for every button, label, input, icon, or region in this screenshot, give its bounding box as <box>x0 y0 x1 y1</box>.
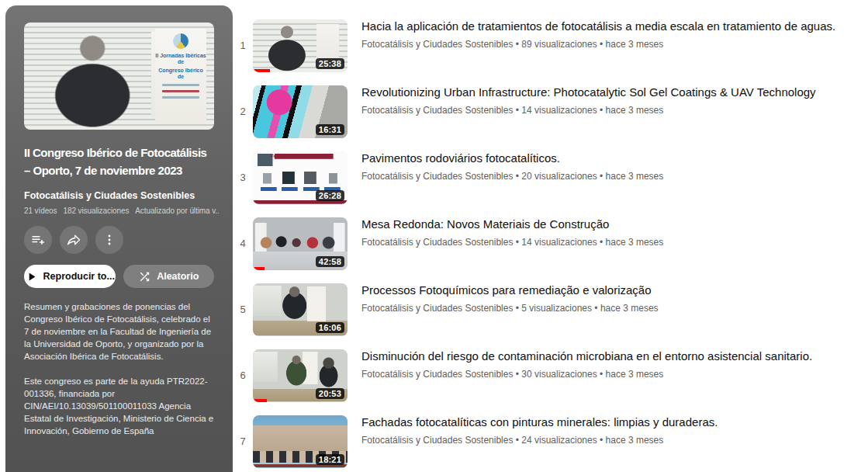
banner-decor <box>162 90 199 92</box>
video-duration-badge: 25:38 <box>316 58 344 69</box>
video-meta[interactable]: Fotocatálisis y Ciudades Sostenibles • 1… <box>361 237 663 248</box>
video-title[interactable]: Fachadas fotocatalíticas con pinturas mi… <box>361 414 718 430</box>
video-info: Pavimentos rodoviários fotocatalíticos. … <box>361 144 663 182</box>
video-meta[interactable]: Fotocatálisis y Ciudades Sostenibles • 3… <box>361 369 812 380</box>
playlist-video-row[interactable]: 5 16:06 Processos Fotoquímicos para reme… <box>233 276 866 342</box>
more-options-icon <box>102 232 117 248</box>
playlist-video-row[interactable]: 1 25:38 Hacia la aplicación de tratamien… <box>233 12 866 78</box>
save-to-playlist-icon <box>30 232 46 248</box>
video-title[interactable]: Processos Fotoquímicos para remediação e… <box>361 282 659 298</box>
playlist-thumbnail[interactable]: II Jornadas Ibéricas de Congreso Ibérico… <box>24 23 214 130</box>
playlist-description-2: Este congreso es parte de la ayuda PTR20… <box>24 375 215 437</box>
playlist-buttons: Reproducir to... Aleatorio <box>24 265 214 288</box>
video-title[interactable]: Mesa Redonda: Novos Materiais de Constru… <box>361 216 663 232</box>
video-thumbnail[interactable]: 20:53 <box>253 349 348 402</box>
play-all-button[interactable]: Reproducir to... <box>24 265 116 288</box>
conference-banner: II Jornadas Ibéricas de Congreso Ibérico… <box>155 29 206 123</box>
save-playlist-button[interactable] <box>24 226 52 254</box>
video-index: 5 <box>233 304 253 315</box>
video-duration-badge: 20:53 <box>316 388 344 399</box>
playlist-video-count: 21 vídeos <box>24 206 57 215</box>
video-duration-badge: 16:31 <box>316 124 344 135</box>
video-index: 6 <box>233 370 253 381</box>
playlist-channel-link[interactable]: Fotocatálisis y Ciudades Sostenibles <box>24 190 214 201</box>
video-duration-badge: 16:06 <box>316 322 344 333</box>
watch-progress-bar <box>253 267 265 270</box>
video-meta[interactable]: Fotocatálisis y Ciudades Sostenibles • 2… <box>361 435 718 446</box>
video-thumbnail[interactable]: 18:21 <box>253 415 348 468</box>
playlist-video-row[interactable]: 4 42:58 Mesa Redonda: Novos Materiais de… <box>233 210 866 276</box>
share-button[interactable] <box>60 226 88 254</box>
watch-progress-bar <box>253 69 270 72</box>
video-thumbnail[interactable]: Functionalization Methods 26:28 <box>253 151 348 204</box>
video-title[interactable]: Pavimentos rodoviários fotocatalíticos. <box>361 150 663 166</box>
banner-decor <box>162 96 199 99</box>
video-title[interactable]: Revolutionizing Urban Infrastructure: Ph… <box>361 84 816 100</box>
playlist-stats: 21 vídeos 182 visualizaciones Actualizad… <box>24 206 220 215</box>
playlist-title: II Congreso Ibérico de Fotocatálisis – O… <box>24 144 214 179</box>
video-index: 4 <box>233 238 253 249</box>
video-title[interactable]: Disminución del riesgo de contaminación … <box>361 348 812 364</box>
video-info: Hacia la aplicación de tratamientos de f… <box>361 12 835 50</box>
banner-text-line: Congreso Ibérico de <box>155 68 206 80</box>
banner-decor <box>162 84 199 86</box>
video-thumbnail[interactable]: 25:38 <box>253 19 348 72</box>
watch-progress-bar <box>253 399 267 402</box>
playlist-video-row[interactable]: 6 20:53 Disminución del riesgo de contam… <box>233 342 866 408</box>
video-meta[interactable]: Fotocatálisis y Ciudades Sostenibles • 5… <box>361 303 659 314</box>
playlist-description-1: Resumen y grabaciones de ponencias del C… <box>24 300 215 363</box>
video-index: 7 <box>233 436 253 447</box>
playlist-video-row[interactable]: 3 Functionalization Methods 26:28 Pavime… <box>233 144 866 210</box>
shuffle-icon <box>138 270 151 283</box>
conference-logo-icon <box>173 33 188 49</box>
playlist-action-bar <box>24 226 214 254</box>
thumbnail-caption: Functionalization Methods <box>253 154 348 158</box>
video-meta[interactable]: Fotocatálisis y Ciudades Sostenibles • 1… <box>361 105 816 116</box>
video-thumbnail[interactable]: 16:31 <box>253 85 348 138</box>
video-meta[interactable]: Fotocatálisis y Ciudades Sostenibles • 2… <box>361 171 663 182</box>
video-thumbnail[interactable]: 16:06 <box>253 283 348 336</box>
playlist-view-count: 182 visualizaciones <box>63 206 129 215</box>
video-meta[interactable]: Fotocatálisis y Ciudades Sostenibles • 8… <box>361 39 835 50</box>
video-info: Disminución del riesgo de contaminación … <box>361 342 812 380</box>
shuffle-button[interactable]: Aleatorio <box>123 265 215 288</box>
video-info: Revolutionizing Urban Infrastructure: Ph… <box>361 78 816 116</box>
video-index: 3 <box>233 172 253 183</box>
playlist-updated: Actualizado por última v... <box>135 206 220 215</box>
video-duration-badge: 18:21 <box>316 454 344 465</box>
more-options-button[interactable] <box>95 226 123 254</box>
share-icon <box>66 232 81 248</box>
playlist-video-row[interactable]: 2 16:31 Revolutionizing Urban Infrastruc… <box>233 78 866 144</box>
video-index: 2 <box>233 106 253 117</box>
play-all-label: Reproducir to... <box>43 271 115 282</box>
video-index: 1 <box>233 40 253 51</box>
playlist-video-row[interactable]: 7 18:21 Fachadas fotocatalíticas con pin… <box>233 408 866 472</box>
video-title[interactable]: Hacia la aplicación de tratamientos de f… <box>361 18 835 34</box>
video-info: Mesa Redonda: Novos Materiais de Constru… <box>361 210 663 248</box>
playlist-panel: II Jornadas Ibéricas de Congreso Ibérico… <box>5 5 233 472</box>
video-duration-badge: 26:28 <box>316 190 344 201</box>
video-list: 1 25:38 Hacia la aplicación de tratamien… <box>233 12 866 472</box>
shuffle-label: Aleatorio <box>157 271 199 282</box>
video-info: Fachadas fotocatalíticas con pinturas mi… <box>361 408 718 446</box>
banner-text-line: II Jornadas Ibéricas de <box>155 53 206 65</box>
video-info: Processos Fotoquímicos para remediação e… <box>361 276 659 314</box>
video-duration-badge: 42:58 <box>316 256 344 267</box>
play-icon <box>25 270 38 283</box>
video-thumbnail[interactable]: 42:58 <box>253 217 348 270</box>
